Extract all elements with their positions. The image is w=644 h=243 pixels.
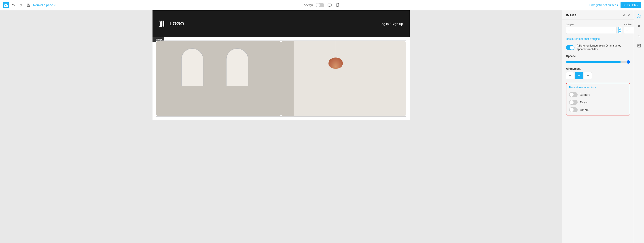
toolbar-right: Enregistrer et quitter ▾ PUBLIER › bbox=[342, 2, 641, 8]
largeur-minus-button[interactable]: − bbox=[566, 27, 572, 34]
header-nav: Log in / Sign up bbox=[380, 22, 403, 26]
align-right-button[interactable] bbox=[584, 72, 592, 79]
hauteur-control: − + bbox=[624, 27, 634, 34]
desktop-view-button[interactable] bbox=[327, 3, 332, 8]
app-logo-icon bbox=[3, 2, 9, 8]
sidebar-users-icon[interactable] bbox=[636, 13, 643, 20]
alignement-label: Alignement bbox=[566, 67, 630, 70]
hauteur-label: Hauteur bbox=[624, 23, 634, 26]
toolbar: Nouvelle page ▾ Aperçu Enregistrer et qu… bbox=[0, 0, 644, 10]
svg-rect-0 bbox=[328, 4, 332, 6]
sidebar-close-icon[interactable] bbox=[636, 22, 643, 30]
panel-title: IMAGE bbox=[566, 14, 577, 17]
panel-close-icon: ✕ bbox=[628, 14, 630, 17]
main-layout: LOGO Log in / Sign up Image bbox=[0, 10, 644, 243]
alignment-section: Alignement bbox=[566, 67, 630, 79]
largeur-plus-button[interactable]: + bbox=[610, 27, 616, 34]
site-logo-icon bbox=[159, 20, 167, 28]
largeur-control: − + bbox=[566, 27, 616, 34]
ombre-label: Ombre bbox=[580, 108, 589, 112]
canvas-area: LOGO Log in / Sign up Image bbox=[0, 10, 562, 243]
opacity-slider[interactable] bbox=[566, 61, 630, 63]
svg-rect-4 bbox=[619, 30, 621, 32]
align-left-button[interactable] bbox=[566, 72, 574, 79]
resize-handle-bottom-right[interactable] bbox=[405, 115, 406, 117]
sidebar-add-icon[interactable] bbox=[636, 32, 643, 39]
sidebar-cart-icon[interactable] bbox=[636, 42, 643, 49]
rayon-toggle[interactable] bbox=[569, 100, 578, 105]
site-logo: LOGO bbox=[159, 20, 184, 28]
fullscreen-label: Afficher en largeur plein écran sur les … bbox=[577, 44, 630, 51]
fullscreen-toggle[interactable] bbox=[566, 45, 574, 50]
lamp-wire bbox=[336, 41, 336, 59]
alignment-buttons bbox=[566, 72, 630, 79]
hauteur-minus-button[interactable]: − bbox=[624, 27, 630, 34]
page-content: LOGO Log in / Sign up Image bbox=[152, 10, 410, 120]
lamp-shade bbox=[328, 58, 343, 69]
save-quit-label: Enregistrer et quitter bbox=[590, 3, 616, 7]
resize-handle-bottom-mid[interactable] bbox=[280, 115, 282, 117]
advanced-header[interactable]: Paramètres avancés ∧ bbox=[569, 86, 627, 89]
align-center-button[interactable] bbox=[575, 72, 583, 79]
panel-header: IMAGE ✕ bbox=[562, 10, 634, 20]
opacite-label: Opacité bbox=[566, 55, 630, 58]
redo-button[interactable] bbox=[18, 2, 24, 8]
interior-image bbox=[156, 41, 406, 116]
opacity-section: Opacité bbox=[566, 55, 630, 64]
panel-body: Largeur − + Hauteur − bbox=[562, 20, 634, 119]
restore-format-link[interactable]: Restaurer le format d'origine bbox=[566, 37, 630, 41]
right-sidebar bbox=[634, 10, 644, 243]
publish-label: PUBLIER bbox=[624, 3, 636, 7]
bordure-label: Bordure bbox=[580, 93, 590, 96]
largeur-group: Largeur − + bbox=[566, 23, 616, 34]
lock-ratio-button[interactable] bbox=[618, 27, 622, 33]
svg-point-11 bbox=[638, 15, 639, 16]
undo-button[interactable] bbox=[10, 2, 16, 8]
site-header: LOGO Log in / Sign up bbox=[152, 10, 410, 37]
rayon-label: Rayon bbox=[580, 101, 588, 104]
bordure-toggle[interactable] bbox=[569, 92, 578, 97]
panel-close-button[interactable]: ✕ bbox=[628, 14, 630, 17]
save-quit-button[interactable]: Enregistrer et quitter ▾ bbox=[590, 3, 618, 7]
mobile-view-button[interactable] bbox=[335, 3, 340, 8]
header-nav-text: Log in / Sign up bbox=[380, 22, 403, 26]
arch-left bbox=[181, 48, 204, 86]
publish-chevron: › bbox=[637, 3, 638, 7]
arch-right bbox=[226, 48, 248, 86]
new-page-label: Nouvelle page bbox=[33, 3, 53, 7]
svg-point-3 bbox=[338, 6, 338, 7]
apercu-toggle[interactable] bbox=[316, 3, 324, 8]
new-page-button[interactable]: Nouvelle page ▾ bbox=[33, 3, 56, 7]
dimension-row: Largeur − + Hauteur − bbox=[566, 23, 630, 34]
ombre-toggle[interactable] bbox=[569, 107, 578, 112]
image-section[interactable]: Image bbox=[152, 37, 410, 120]
right-panel: IMAGE ✕ Largeur − bbox=[562, 10, 634, 243]
largeur-input[interactable] bbox=[572, 29, 610, 32]
save-file-button[interactable] bbox=[26, 2, 32, 8]
panel-header-icons: ✕ bbox=[622, 14, 630, 17]
advanced-params-section: Paramètres avancés ∧ Bordure Rayon Ombre bbox=[566, 83, 630, 115]
rayon-row: Rayon bbox=[569, 100, 627, 105]
image-placeholder bbox=[156, 41, 406, 117]
hauteur-input[interactable] bbox=[630, 29, 634, 32]
save-quit-chevron: ▾ bbox=[617, 3, 618, 7]
ombre-row: Ombre bbox=[569, 107, 627, 112]
toolbar-left: Nouvelle page ▾ bbox=[3, 2, 302, 8]
site-logo-text: LOGO bbox=[170, 21, 184, 27]
panel-pin-button[interactable] bbox=[622, 14, 626, 17]
hauteur-group: Hauteur − + bbox=[624, 23, 634, 34]
largeur-label: Largeur bbox=[566, 23, 616, 26]
bordure-row: Bordure bbox=[569, 92, 627, 97]
publish-button[interactable]: PUBLIER › bbox=[620, 2, 641, 8]
fullscreen-row: Afficher en largeur plein écran sur les … bbox=[566, 44, 630, 51]
new-page-chevron: ▾ bbox=[54, 3, 56, 7]
toolbar-center: Aperçu bbox=[304, 3, 340, 8]
apercu-label: Aperçu bbox=[304, 3, 313, 7]
